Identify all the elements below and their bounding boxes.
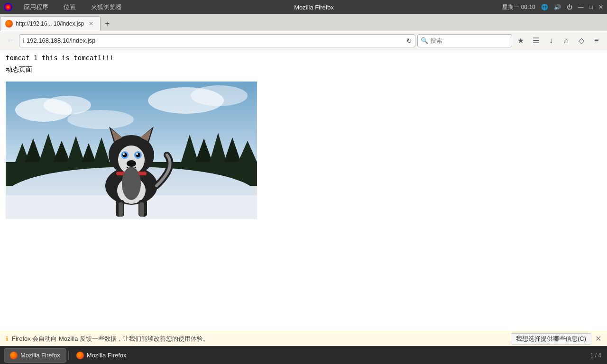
menu-apps[interactable]: 应用程序 [20,2,52,12]
window-title: Mozilla Firefox [294,4,334,11]
notification-text: Firefox 会自动向 Mozilla 反馈一些数据，让我们能够改善您的使用体… [12,335,511,343]
taskbar-favicon-1 [76,352,84,359]
tab-title: http://192.16... 10/index.jsp [16,20,84,27]
taskbar-separator [68,351,69,360]
search-input[interactable] [430,37,509,44]
titlebar-left: 应用程序 位置 火狐浏览器 [4,2,126,12]
app-icon [4,3,12,11]
menu-firefox[interactable]: 火狐浏览器 [87,2,126,12]
svg-rect-40 [139,202,144,217]
pocket-button[interactable]: ◇ [575,34,588,47]
close-button[interactable]: ✕ [598,4,603,10]
taskbar-favicon-0 [10,352,18,359]
url-input[interactable] [27,37,405,44]
maximize-button[interactable]: □ [589,4,593,10]
bookmark-button[interactable]: ★ [514,34,527,47]
notification-bar: ℹ Firefox 会自动向 Mozilla 反馈一些数据，让我们能够改善您的使… [0,331,607,346]
clock: 星期一 00:10 [502,3,535,11]
svg-rect-39 [119,202,123,217]
new-tab-button[interactable]: + [101,16,114,31]
page-line1: tomcat 1 this is tomcat1!!! [6,54,601,62]
tab-favicon [5,20,13,27]
notification-action-button[interactable]: 我想选择提供哪些信息(C) [511,333,591,345]
volume-icon: 🔊 [554,4,561,10]
download-button[interactable]: ↓ [544,34,558,47]
search-icon: 🔍 [421,37,428,44]
network-icon: 🌐 [541,4,548,10]
svg-point-33 [123,153,125,155]
back-button[interactable]: ← [4,34,17,47]
power-icon: ⏻ [567,4,572,10]
page-content: tomcat 1 this is tomcat1!!! 动态页面 [0,50,607,331]
taskbar-label-0: Mozilla Firefox [20,352,60,359]
taskbar-counter: 1 / 4 [590,352,603,359]
menu-button[interactable]: ≡ [590,34,603,47]
info-icon[interactable]: ℹ [22,37,25,44]
home-button[interactable]: ⌂ [560,34,573,47]
svg-point-31 [122,153,127,157]
tabbar: http://192.16... 10/index.jsp ✕ + [0,14,607,31]
refresh-button[interactable]: ↻ [406,37,412,45]
notification-close-button[interactable]: ✕ [595,334,601,343]
minimize-button[interactable]: — [578,4,584,10]
svg-point-35 [127,160,136,167]
titlebar-controls: 星期一 00:10 🌐 🔊 ⏻ — □ ✕ [502,3,603,11]
notification-icon: ℹ [6,335,8,343]
url-bar-wrapper: ℹ ↻ [19,34,415,47]
taskbar-label-1: Mozilla Firefox [87,352,127,359]
tab-active[interactable]: http://192.16... 10/index.jsp ✕ [0,16,101,31]
taskbar-item-0[interactable]: Mozilla Firefox [4,348,66,363]
svg-point-4 [191,85,248,106]
tab-close-button[interactable]: ✕ [87,19,95,28]
husky-image [6,82,257,219]
page-line2: 动态页面 [6,65,601,74]
navbar: ← ℹ ↻ 🔍 ★ ☰ ↓ ⌂ ◇ ≡ [0,31,607,50]
taskbar-item-1[interactable]: Mozilla Firefox [71,348,132,363]
titlebar: 应用程序 位置 火狐浏览器 Mozilla Firefox 星期一 00:10 … [0,0,607,14]
taskbar: Mozilla Firefox Mozilla Firefox 1 / 4 [0,346,607,364]
svg-point-34 [136,153,138,155]
svg-point-32 [136,153,140,157]
reader-button[interactable]: ☰ [529,34,543,47]
svg-point-5 [67,110,134,129]
menu-location[interactable]: 位置 [60,2,80,12]
search-bar-wrapper: 🔍 [417,34,512,47]
svg-point-41 [122,167,141,200]
